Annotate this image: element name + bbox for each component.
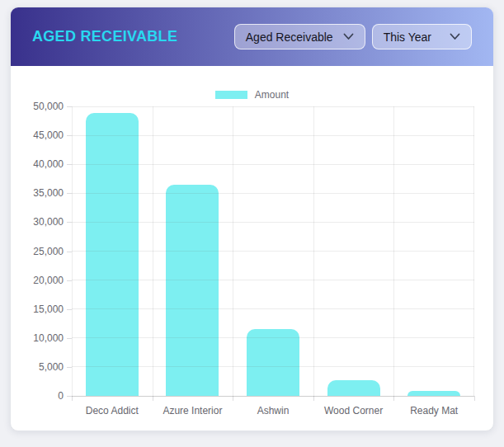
aged-receivable-card: AGED RECEIVABLE Aged Receivable This Yea… [10,7,494,431]
bar-slot [313,106,394,396]
chevron-down-icon [343,33,354,40]
x-tick-mark [153,396,153,401]
report-type-dropdown[interactable]: Aged Receivable [234,24,365,49]
x-axis-label: Deco Addict [72,405,153,416]
y-tick-label: 20,000 [33,275,64,286]
y-tick-label: 10,000 [33,332,64,344]
x-tick-mark [233,396,233,401]
bar-slot [393,106,474,396]
page-title: AGED RECEIVABLE [32,28,177,45]
legend-swatch-amount [215,91,247,99]
bar-azure-interior[interactable] [166,185,219,396]
gridline [72,396,474,397]
y-tick-label: 50,000 [33,101,64,112]
x-axis-label: Wood Corner [313,405,394,416]
x-tick-mark [393,396,394,401]
bar-slot [72,106,153,396]
x-axis-label: Ashwin [233,405,313,416]
bar-slot [153,106,233,396]
y-tick-label: 45,000 [33,129,64,141]
bar-slot [233,106,313,396]
period-dropdown-label: This Year [384,31,431,44]
legend-label-amount: Amount [255,89,289,101]
bar-deco-addict[interactable] [86,113,139,396]
y-tick-label: 15,000 [33,303,64,315]
y-tick-label: 0 [58,390,64,402]
chart-legend: Amount [11,89,493,101]
x-axis-labels: Deco AddictAzure InteriorAshwinWood Corn… [72,405,474,416]
bar-wood-corner[interactable] [327,380,380,396]
page: { "page": { "background": "#F0F1F5" }, "… [0,0,504,447]
period-dropdown[interactable]: This Year [372,24,472,49]
chevron-down-icon [450,33,460,40]
y-tick-label: 40,000 [33,158,64,170]
bar-ashwin[interactable] [247,329,299,396]
bar-chart-plot [72,106,474,396]
y-tick-label: 35,000 [33,187,64,199]
x-tick-mark [474,396,475,401]
x-axis-label: Azure Interior [153,405,233,416]
report-type-dropdown-label: Aged Receivable [246,31,333,44]
y-tick-label: 5,000 [39,361,64,373]
y-tick-label: 25,000 [33,246,64,257]
card-header: AGED RECEIVABLE Aged Receivable This Yea… [11,7,493,66]
x-tick-mark [72,396,73,401]
bars-container [72,106,474,396]
y-tick-label: 30,000 [33,216,64,228]
bar-ready-mat[interactable] [407,391,460,396]
y-axis-labels: 05,00010,00015,00020,00025,00030,00035,0… [11,106,64,396]
x-tick-mark [313,396,314,401]
x-axis-label: Ready Mat [393,405,474,416]
